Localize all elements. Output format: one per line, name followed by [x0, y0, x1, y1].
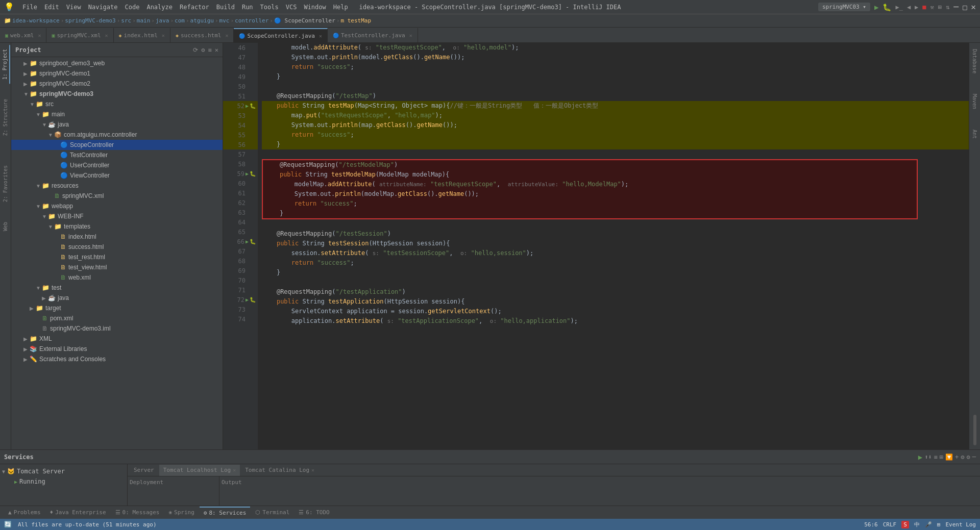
tree-item-resources[interactable]: ▼ 📁 resources [11, 181, 223, 191]
tree-item-test[interactable]: ▼ 📁 test [11, 283, 223, 293]
tab-success-html[interactable]: ◈ success.html ✕ [170, 28, 234, 42]
indexhtml-close[interactable]: ✕ [162, 33, 165, 38]
catalina-log-tab[interactable]: Tomcat Catalina Log ✕ [241, 465, 318, 476]
debug-gutter-icon59[interactable]: 🐛 [250, 171, 256, 176]
menu-window[interactable]: Window [304, 4, 326, 11]
spring-tab[interactable]: ❀ Spring [164, 507, 198, 519]
run-gutter-icon72[interactable]: ▶ [246, 297, 249, 302]
tree-item-extlibs[interactable]: ▶ 📚 External Libraries [11, 344, 223, 354]
catalina-log-close[interactable]: ✕ [311, 467, 314, 473]
services-settings[interactable]: ⚙ [961, 453, 964, 461]
structure-tab[interactable]: Z: Structure [1, 95, 10, 140]
bc-atguigu[interactable]: atguigu [190, 17, 214, 24]
tree-item-webapp[interactable]: ▼ 📁 webapp [11, 201, 223, 211]
project-tab[interactable]: 1: Project [1, 45, 10, 84]
menu-help[interactable]: Help [333, 4, 348, 11]
tree-item-testresthtml[interactable]: 🗎 test_rest.html [11, 252, 223, 262]
toolbar-icon1[interactable]: ⊞ [938, 4, 942, 11]
bc-project[interactable]: springMVC-demo3 [65, 17, 115, 24]
stop-button[interactable]: ■ [922, 4, 926, 11]
database-tab[interactable]: Database [970, 45, 979, 78]
tree-item-demo1[interactable]: ▶ 📁 springMVC-demo1 [11, 68, 223, 79]
toolbar-back[interactable]: ◀ [907, 4, 911, 11]
toolbar-stop[interactable]: ⬆⬇ [924, 453, 932, 461]
bc-mvc[interactable]: mvc [219, 17, 230, 24]
scopecontroller-close[interactable]: ✕ [319, 33, 322, 39]
close-panel-icon[interactable]: ✕ [215, 46, 218, 54]
tree-item-indexhtml[interactable]: 🗎 index.html [11, 232, 223, 242]
localhost-log-tab[interactable]: Tomcat Localhost Log ✕ [159, 465, 240, 476]
tree-item-springmvcxml[interactable]: 🗎 springMVC.xml [11, 191, 223, 201]
toolbar-filter[interactable]: 🔽 [945, 453, 953, 461]
java-enterprise-tab[interactable]: ♦ Java Enterprise [46, 507, 110, 519]
menu-run[interactable]: Run [242, 4, 253, 11]
tree-item-userctrl[interactable]: 🔵 UserController [11, 160, 223, 170]
bc-src[interactable]: src [121, 17, 131, 24]
menu-code[interactable]: Code [125, 4, 140, 11]
services-close[interactable]: ─ [972, 453, 976, 461]
toolbar-icon2[interactable]: ⇅ [946, 4, 949, 11]
run-gutter-icon[interactable]: ▶ [246, 103, 249, 109]
collapse-icon[interactable]: ≡ [208, 46, 212, 54]
menu-file[interactable]: File [22, 4, 37, 11]
messages-tab[interactable]: ☰ 0: Messages [111, 507, 164, 519]
debug-gutter-icon66[interactable]: 🐛 [250, 239, 256, 244]
tree-item-webinf[interactable]: ▼ 📁 WEB-INF [11, 211, 223, 221]
menu-vcs[interactable]: VCS [286, 4, 297, 11]
tab-webxml[interactable]: ▣ web.xml ✕ [0, 28, 46, 42]
tree-item-webxml[interactable]: 🗎 web.xml [11, 272, 223, 283]
services-gear[interactable]: ⚙ [967, 453, 970, 461]
window-maximize[interactable]: □ [963, 3, 967, 11]
menu-navigate[interactable]: Navigate [88, 4, 118, 11]
tree-item-demo2[interactable]: ▶ 📁 springMVC-demo2 [11, 79, 223, 89]
run-gutter-icon66[interactable]: ▶ [246, 239, 249, 244]
event-log[interactable]: Event Log [945, 521, 976, 528]
debug-button[interactable]: 🐛 [883, 3, 891, 11]
server-tab[interactable]: Server [130, 465, 158, 476]
tab-scope-controller[interactable]: 🔵 ScopeController.java ✕ [234, 28, 327, 42]
todo-tab[interactable]: ☰ 6: TODO [295, 507, 333, 519]
tree-item-xml[interactable]: ▶ 📁 XML [11, 334, 223, 344]
tree-item-package[interactable]: ▼ 📦 com.atguigu.mvc.controller [11, 130, 223, 140]
menu-refactor[interactable]: Refactor [180, 4, 209, 11]
problems-tab[interactable]: ▲ Problems [4, 507, 45, 519]
menu-build[interactable]: Build [216, 4, 235, 11]
tree-item-pomxml[interactable]: 🗎 pom.xml [11, 313, 223, 323]
tomcat-running-item[interactable]: ▶ Running [2, 476, 125, 487]
bc-workspace[interactable]: idea-workspace [12, 17, 60, 24]
bc-com[interactable]: com [175, 17, 185, 24]
menu-view[interactable]: View [66, 4, 81, 11]
toolbar-group[interactable]: ⊞ [940, 453, 943, 461]
favorites-tab[interactable]: 2: Favorites [1, 161, 10, 206]
code-content-area[interactable]: model.addAttribute( s: "testRequestScope… [258, 43, 969, 449]
tree-item-successhtml[interactable]: 🗎 success.html [11, 242, 223, 252]
successhtml-close[interactable]: ✕ [225, 33, 228, 38]
coverage-button[interactable]: ▶̲ [895, 4, 902, 11]
bc-controller[interactable]: controller [235, 17, 268, 24]
toolbar-rerun[interactable]: ▶ [918, 453, 922, 461]
bc-java[interactable]: java [156, 17, 169, 24]
webxml-close[interactable]: ✕ [38, 33, 41, 38]
tab-springmvc-xml[interactable]: ▣ springMVC.xml ✕ [46, 28, 113, 42]
tree-item-iml[interactable]: 🗎 springMVC-demo3.iml [11, 323, 223, 334]
toolbar-pin[interactable]: ≡ [934, 453, 938, 461]
gear-icon[interactable]: ⚙ [201, 46, 205, 54]
tree-item-java2[interactable]: ▶ ☕ java [11, 293, 223, 303]
tree-item-testctrl[interactable]: 🔵 TestController [11, 150, 223, 160]
tree-item-target[interactable]: ▶ 📁 target [11, 303, 223, 313]
toolbar-forward[interactable]: ▶ [915, 4, 918, 11]
ant-tab[interactable]: Ant [970, 125, 979, 143]
bc-main[interactable]: main [137, 17, 151, 24]
tree-item-demo3[interactable]: ▼ 📁 springMVC-demo3 [11, 89, 223, 99]
run-button[interactable]: ▶ [874, 3, 878, 11]
tree-item-viewctrl[interactable]: 🔵 ViewController [11, 170, 223, 181]
services-tab-bottom[interactable]: ⚙ 8: Services [200, 507, 250, 519]
menu-analyze[interactable]: Analyze [146, 4, 173, 11]
toolbar-add[interactable]: + [955, 453, 959, 461]
window-close[interactable]: ✕ [971, 2, 976, 12]
tree-item-scope[interactable]: 🔵 ScopeController [11, 140, 223, 150]
tab-index-html[interactable]: ◈ index.html ✕ [114, 28, 170, 42]
code-scroll-area[interactable]: 46 47 48 49 50 51 52▶🐛 53 54 55 56 57 58… [223, 43, 969, 449]
tree-item-main[interactable]: ▼ 📁 main [11, 109, 223, 119]
web-tab[interactable]: Web [1, 218, 10, 235]
